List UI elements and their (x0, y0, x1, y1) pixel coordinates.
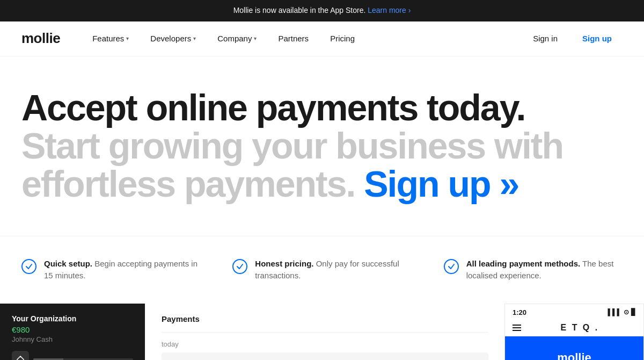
org-label: Your Organization (12, 314, 133, 323)
hero-title: Accept online payments today. (21, 89, 623, 127)
features-strip: Quick setup. Begin accepting payments in… (0, 236, 644, 304)
phone-brand-name: E T Q . (561, 323, 599, 333)
feature-payment-methods: All leading payment methods. The best lo… (444, 258, 623, 282)
phone-mockup: 1:20 ▌▌▌ ⊙ ▊ E T Q . mollie (504, 304, 644, 360)
feature-quick-setup-title: Quick setup. (44, 259, 92, 268)
nav-right: Sign in Sign up (524, 28, 623, 49)
dashboard-user: Johnny Cash (12, 335, 133, 343)
payment-rows (162, 352, 488, 360)
dashboard-nav-row (12, 351, 133, 360)
dashboard-amount: €980 (12, 325, 133, 334)
nav-links: Features ▾ Developers ▾ Company ▾ Partne… (82, 21, 524, 56)
nav-item-partners[interactable]: Partners (267, 21, 319, 56)
nav-item-pricing[interactable]: Pricing (319, 21, 365, 56)
phone-blue-section: mollie (505, 336, 643, 360)
nav-item-developers[interactable]: Developers ▾ (140, 21, 207, 56)
hero-subtitle-part2: effortless payments. (21, 163, 355, 204)
home-icon (12, 351, 29, 360)
hero-subtitle-part1: Start growing your business with (21, 125, 563, 166)
sign-in-button[interactable]: Sign in (524, 28, 566, 49)
nav-item-features[interactable]: Features ▾ (82, 21, 140, 56)
hero-signup-cta[interactable]: Sign up » (364, 163, 518, 204)
announcement-bar: Mollie is now available in the App Store… (0, 0, 644, 21)
feature-payment-methods-title: All leading payment methods. (466, 259, 581, 268)
mollie-logo-phone: mollie (557, 351, 591, 360)
logo[interactable]: mollie (21, 30, 60, 47)
phone-status-icons: ▌▌▌ ⊙ ▊ (608, 308, 636, 316)
hero-subtitle: Start growing your business with effortl… (21, 127, 623, 204)
wifi-icon: ⊙ (624, 308, 629, 316)
phone-time: 1:20 (513, 308, 526, 316)
bottom-section: Your Organization €980 Johnny Cash Payme… (0, 304, 644, 360)
hamburger-icon[interactable] (513, 325, 521, 331)
checkmark-icon (232, 259, 247, 274)
chevron-down-icon: ▾ (254, 35, 257, 41)
signal-icon: ▌▌▌ (608, 308, 621, 316)
payments-title: Payments (162, 314, 488, 323)
announcement-link[interactable]: Learn more › (368, 6, 411, 15)
sign-up-button[interactable]: Sign up (572, 28, 623, 49)
checkmark-icon (21, 259, 36, 274)
announcement-text: Mollie is now available in the App Store… (233, 6, 366, 15)
nav-item-company[interactable]: Company ▾ (207, 21, 267, 56)
navbar: mollie Features ▾ Developers ▾ Company ▾… (0, 21, 644, 56)
feature-honest-pricing: Honest pricing. Only pay for successful … (232, 258, 411, 282)
feature-quick-setup: Quick setup. Begin accepting payments in… (21, 258, 200, 282)
phone-app-header: E T Q . (505, 320, 643, 336)
today-label: today (162, 340, 488, 348)
checkmark-icon (444, 259, 459, 274)
chevron-down-icon: ▾ (193, 35, 196, 41)
hero-section: Accept online payments today. Start grow… (0, 56, 644, 225)
dashboard-card: Your Organization €980 Johnny Cash (0, 304, 145, 360)
payment-row (162, 352, 488, 360)
phone-status-bar: 1:20 ▌▌▌ ⊙ ▊ (505, 304, 643, 320)
chevron-down-icon: ▾ (126, 35, 129, 41)
feature-honest-pricing-title: Honest pricing. (255, 259, 313, 268)
feature-payment-methods-text: All leading payment methods. The best lo… (466, 258, 623, 282)
battery-icon: ▊ (631, 308, 636, 316)
feature-quick-setup-text: Quick setup. Begin accepting payments in… (44, 258, 200, 282)
feature-honest-pricing-text: Honest pricing. Only pay for successful … (255, 258, 411, 282)
payments-section: Payments today (145, 304, 504, 360)
